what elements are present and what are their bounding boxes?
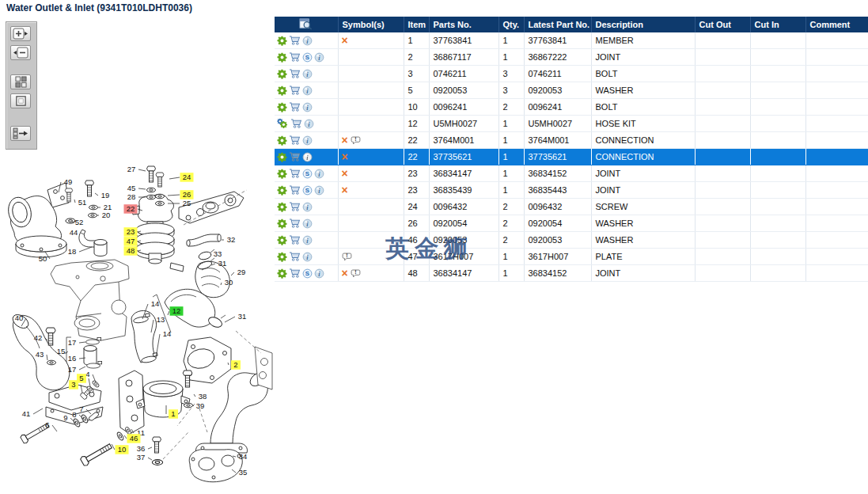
cart-icon[interactable] — [289, 35, 301, 46]
diagram-callout-31[interactable]: 31 — [225, 312, 246, 322]
info-icon[interactable]: i — [302, 86, 313, 96]
diagram-callout-10[interactable]: 10 — [112, 444, 129, 454]
diagram-callout-38[interactable]: 38 — [194, 392, 207, 401]
cart-icon[interactable] — [289, 68, 301, 79]
gear-icon[interactable] — [277, 36, 287, 46]
table-row[interactable]: i10009624120096241BOLT — [275, 99, 868, 116]
column-header-preview[interactable] — [275, 17, 338, 32]
gear-icon[interactable] — [277, 185, 287, 196]
table-row[interactable]: i5092005330920053WASHER — [275, 82, 868, 99]
diagram-callout-27[interactable]: 27 — [127, 165, 146, 173]
column-header-qty[interactable]: Qty. — [498, 17, 524, 32]
diagram-callout-19[interactable]: 19 — [95, 191, 109, 200]
diagram-callout-41[interactable]: 41 — [22, 408, 43, 418]
column-header-desc[interactable]: Description — [591, 17, 695, 32]
diagram-callout-51[interactable]: 51 — [74, 198, 86, 207]
diagram-callout-29[interactable]: 29 — [231, 268, 245, 276]
gear-icon[interactable] — [277, 252, 287, 262]
diagram-callout-6[interactable]: 6 — [45, 420, 57, 431]
column-header-latest[interactable]: Latest Part No. — [524, 17, 591, 32]
cart-icon[interactable] — [290, 118, 302, 129]
diagram-callout-14[interactable]: 14 — [156, 329, 171, 358]
table-row[interactable]: Si×2336834147136834152JOINT — [275, 165, 868, 182]
cart-icon[interactable] — [289, 234, 301, 245]
info-icon[interactable]: i — [314, 268, 324, 279]
superseded-icon[interactable]: S — [302, 268, 313, 279]
info-icon[interactable]: i — [314, 185, 324, 196]
table-row[interactable]: i12U5MH00271U5MH0027HOSE KIT — [275, 116, 868, 132]
diagram-callout-46[interactable]: 46 — [124, 434, 141, 443]
diagram-callout-17[interactable]: 17 — [68, 365, 85, 374]
info-icon[interactable]: i — [302, 218, 313, 229]
superseded-icon[interactable]: S — [302, 185, 313, 196]
superseded-icon[interactable]: S — [302, 169, 313, 179]
info-icon[interactable]: i — [314, 169, 324, 179]
gear-icon[interactable] — [277, 135, 287, 146]
info-icon[interactable]: i — [302, 135, 313, 146]
cart-icon[interactable] — [289, 201, 301, 212]
table-row[interactable]: Si×2336835439136835443JOINT — [275, 182, 868, 199]
cart-icon[interactable] — [289, 51, 301, 63]
zoom-in-button[interactable] — [10, 26, 31, 41]
diagram-callout-24[interactable]: 24 — [169, 173, 194, 182]
table-row[interactable]: Si×!4836834147136834152JOINT — [275, 265, 868, 282]
table-row[interactable]: i3074621130746211BOLT — [275, 66, 868, 82]
gear-icon[interactable] — [277, 86, 287, 96]
fit-view-button[interactable] — [10, 74, 31, 89]
info-icon[interactable]: i — [304, 119, 314, 129]
diagram-callout-12[interactable]: 12 — [168, 306, 184, 316]
zoom-out-button[interactable] — [10, 45, 31, 60]
info-icon[interactable]: i — [314, 52, 324, 63]
table-row[interactable]: i×2237735621137735621CONNECTION — [275, 149, 868, 165]
info-icon[interactable]: i — [302, 69, 313, 79]
diagram-callout-36[interactable]: 36 — [137, 444, 152, 453]
gear-icon[interactable] — [277, 52, 287, 63]
table-row[interactable]: i26092005420920054WASHER — [275, 215, 868, 232]
table-row[interactable]: Si236867117136867222JOINT — [275, 49, 868, 66]
info-icon[interactable]: i — [302, 36, 313, 46]
cart-icon[interactable] — [289, 85, 301, 96]
diagram-callout-45[interactable]: 45 — [127, 184, 146, 192]
gear-icon[interactable] — [277, 218, 287, 229]
info-icon[interactable]: i — [302, 152, 313, 162]
column-header-cut_out[interactable]: Cut Out — [695, 17, 750, 32]
diagram-callout-37[interactable]: 37 — [137, 453, 152, 462]
info-icon[interactable]: i — [302, 235, 313, 245]
column-header-parts_no[interactable]: Parts No. — [429, 17, 498, 32]
diagram-callout-32[interactable]: 32 — [222, 235, 235, 244]
gear-icon[interactable] — [277, 102, 287, 112]
gear-icon[interactable] — [277, 202, 287, 212]
info-icon[interactable]: i — [302, 202, 313, 212]
cart-icon[interactable] — [289, 101, 301, 112]
gear-icon[interactable] — [277, 235, 287, 245]
diagram-callout-26[interactable]: 26 — [168, 190, 194, 200]
info-icon[interactable]: i — [302, 252, 313, 262]
cart-icon[interactable] — [289, 251, 301, 262]
diagram-callout-18[interactable]: 18 — [68, 247, 92, 256]
info-icon[interactable]: i — [302, 102, 313, 112]
column-header-cut_in[interactable]: Cut In — [750, 17, 805, 32]
column-header-item[interactable]: Item — [404, 17, 429, 32]
diagram-callout-17[interactable]: 17 — [68, 338, 85, 347]
actual-size-button[interactable] — [10, 93, 31, 108]
cart-icon[interactable] — [289, 218, 301, 229]
column-header-comment[interactable]: Comment — [805, 17, 868, 32]
cart-icon[interactable] — [289, 184, 301, 196]
gear-icon[interactable] — [277, 69, 287, 79]
column-header-symbols[interactable]: Symbol(s) — [338, 17, 404, 32]
diagram-callout-4[interactable]: 4 — [85, 370, 96, 382]
superseded-icon[interactable]: S — [302, 52, 313, 63]
cart-icon[interactable] — [289, 151, 301, 162]
gears-icon[interactable] — [277, 118, 289, 129]
diagram-callout-20[interactable]: 20 — [97, 211, 110, 219]
cart-icon[interactable] — [289, 268, 301, 279]
diagram-callout-39[interactable]: 39 — [193, 401, 204, 410]
diagram-callout-16[interactable]: 16 — [68, 354, 85, 363]
table-row[interactable]: i×137763841137763841MEMBER — [275, 32, 868, 49]
gear-icon[interactable] — [277, 152, 287, 162]
gear-icon[interactable] — [277, 169, 287, 179]
table-row[interactable]: i46092005320920053WASHER — [275, 232, 868, 249]
gear-icon[interactable] — [277, 268, 287, 279]
table-row[interactable]: i×!223764M00113764M001CONNECTION — [275, 132, 868, 149]
cart-icon[interactable] — [289, 135, 301, 146]
